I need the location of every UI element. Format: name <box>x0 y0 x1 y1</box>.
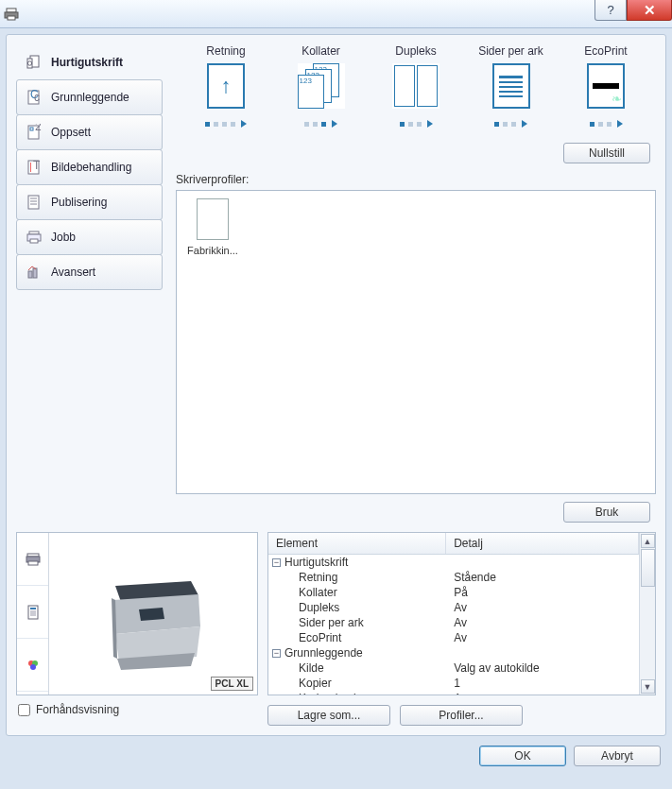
collapse-icon[interactable]: − <box>272 649 281 658</box>
details-value: På <box>446 586 639 599</box>
printer-render: PCL XL <box>49 533 257 695</box>
details-group-row[interactable]: −Grunnleggende <box>268 645 639 660</box>
scroll-down-icon[interactable]: ▼ <box>641 679 655 694</box>
sidebar-item-label: Oppsett <box>51 126 91 139</box>
details-element-label: Karbonkopier <box>299 692 366 695</box>
details-element-label: Kilde <box>299 661 324 675</box>
preview-checkbox[interactable] <box>18 704 30 716</box>
details-value: Av <box>446 692 639 695</box>
details-table: Element Detalj −HurtigutskriftRetningStå… <box>267 532 656 695</box>
header-element[interactable]: Element <box>268 533 446 554</box>
details-value: Valg av autokilde <box>446 661 639 675</box>
close-button[interactable]: ✕ <box>627 0 672 21</box>
details-row[interactable]: KollaterPå <box>268 585 639 600</box>
details-element-label: Kopier <box>299 677 332 690</box>
dots-indicator <box>400 120 433 128</box>
preview-tab-printer[interactable] <box>17 533 48 586</box>
retning-preview: ↑ <box>207 63 245 109</box>
quickprint-content: Retning ↑ Kollater 123123123 Dup <box>163 44 656 523</box>
svg-marker-37 <box>139 608 164 621</box>
job-icon <box>25 228 43 247</box>
use-profile-button[interactable]: Bruk <box>563 502 650 523</box>
sidebar-item-label: Publisering <box>51 196 107 209</box>
svg-rect-13 <box>30 163 31 172</box>
option-kollater[interactable]: Kollater 123123123 <box>279 44 364 128</box>
sidebar-item-publisering[interactable]: Publisering <box>16 184 163 220</box>
svg-rect-2 <box>8 16 15 20</box>
titlebar: ? ✕ <box>0 0 672 28</box>
option-label: Retning <box>206 44 245 58</box>
details-body: −HurtigutskriftRetningStåendeKollaterPåD… <box>268 555 639 695</box>
preview-box: PCL XL <box>16 532 258 695</box>
sidebar-item-jobb[interactable]: Jobb <box>16 219 163 255</box>
dots-indicator <box>304 120 337 128</box>
details-value: Stående <box>446 571 639 584</box>
preview-tab-page[interactable] <box>17 586 48 639</box>
dots-indicator <box>590 120 623 128</box>
sidebar-item-hurtigutskrift[interactable]: Hurtigutskrift <box>16 44 163 80</box>
sidebar-item-oppsett[interactable]: 2 Oppsett <box>16 114 163 150</box>
pcl-badge: PCL XL <box>211 677 253 691</box>
option-ecoprint[interactable]: EcoPrint ❧ <box>563 44 648 128</box>
printer-icon <box>4 7 19 22</box>
profile-item-factory[interactable]: Fabrikkin... <box>184 198 241 257</box>
option-sider-per-ark[interactable]: Sider per ark <box>469 44 554 128</box>
sidebar-item-label: Jobb <box>51 231 76 244</box>
option-label: EcoPrint <box>584 44 627 58</box>
details-row[interactable]: RetningStående <box>268 570 639 585</box>
basic-icon: Cc <box>25 88 43 107</box>
layout-icon: 2 <box>25 123 43 142</box>
details-row[interactable]: KarbonkopierAv <box>268 691 639 695</box>
svg-point-34 <box>30 664 36 670</box>
details-row[interactable]: Sider per arkAv <box>268 615 639 630</box>
sidebar: Hurtigutskrift Cc Grunnleggende 2 Oppset… <box>16 44 163 523</box>
svg-rect-21 <box>30 239 38 243</box>
scroll-up-icon[interactable]: ▲ <box>641 534 655 548</box>
preview-checkbox-label: Forhåndsvisning <box>36 703 119 716</box>
scrollbar[interactable]: ▲ ▼ <box>639 533 655 695</box>
sidebar-item-avansert[interactable]: Avansert <box>16 254 163 290</box>
reset-button[interactable]: Nullstill <box>563 143 650 163</box>
sidebar-item-label: Avansert <box>51 266 95 279</box>
details-row[interactable]: KildeValg av autokilde <box>268 660 639 676</box>
help-button[interactable]: ? <box>594 0 627 21</box>
header-detail[interactable]: Detalj <box>446 533 639 554</box>
details-group-row[interactable]: −Hurtigutskrift <box>268 555 639 570</box>
imaging-icon: T <box>25 158 43 177</box>
kollater-preview: 123123123 <box>298 63 345 109</box>
publishing-icon <box>25 193 43 212</box>
sidebar-item-bildebehandling[interactable]: T Bildebehandling <box>16 149 163 185</box>
svg-text:c: c <box>34 91 40 104</box>
svg-rect-23 <box>33 268 37 278</box>
scroll-thumb[interactable] <box>641 549 655 587</box>
save-as-button[interactable]: Lagre som... <box>267 705 390 726</box>
option-dupleks[interactable]: Dupleks <box>373 44 458 128</box>
profiles-button[interactable]: Profiler... <box>400 705 523 726</box>
collapse-icon[interactable]: − <box>272 558 281 567</box>
details-element-label: Retning <box>299 571 337 584</box>
dupleks-preview <box>392 63 439 109</box>
details-element-label: Dupleks <box>299 601 339 614</box>
details-header: Element Detalj <box>268 533 639 555</box>
details-value: Av <box>446 616 639 629</box>
svg-text:T: T <box>33 159 41 172</box>
preview-checkbox-row[interactable]: Forhåndsvisning <box>16 703 258 716</box>
ok-button[interactable]: OK <box>479 746 566 766</box>
details-element-label: Grunnleggende <box>284 646 363 660</box>
sidebar-item-grunnleggende[interactable]: Cc Grunnleggende <box>16 79 163 115</box>
dots-indicator <box>494 120 527 128</box>
details-row[interactable]: Kopier1 <box>268 676 639 691</box>
details-value <box>446 646 639 660</box>
svg-rect-26 <box>28 561 38 565</box>
details-row[interactable]: DupleksAv <box>268 600 639 615</box>
cancel-button[interactable]: Avbryt <box>574 746 661 766</box>
advanced-icon <box>25 263 43 282</box>
svg-rect-0 <box>7 9 16 12</box>
preview-tab-color[interactable] <box>17 639 48 692</box>
option-retning[interactable]: Retning ↑ <box>183 44 268 128</box>
sider-preview <box>492 63 530 109</box>
details-value: 1 <box>446 677 639 690</box>
details-row[interactable]: EcoPrintAv <box>268 630 639 645</box>
sidebar-item-label: Bildebehandling <box>51 161 131 174</box>
option-label: Kollater <box>302 44 340 58</box>
